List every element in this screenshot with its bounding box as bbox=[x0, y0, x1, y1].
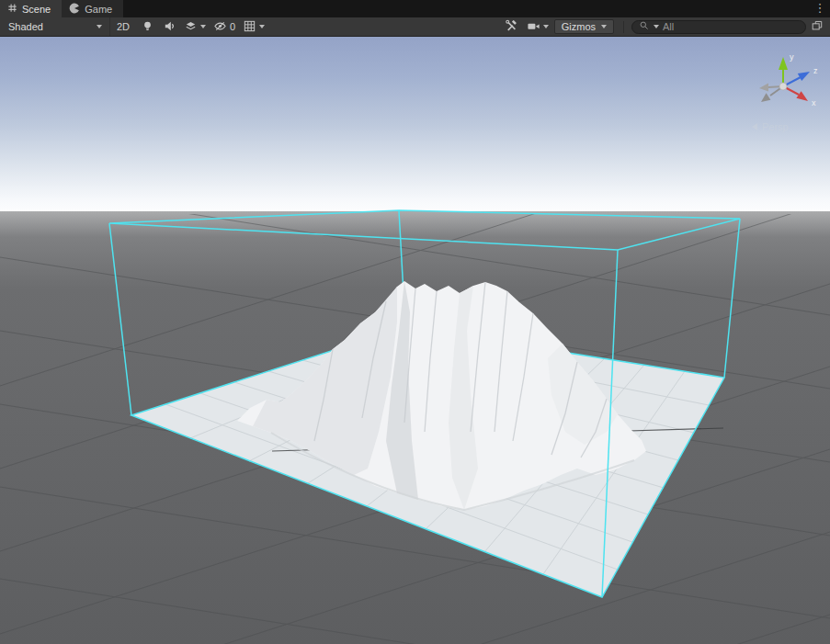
gizmos-dropdown[interactable]: Gizmos bbox=[554, 19, 614, 34]
game-controller-icon bbox=[69, 3, 80, 16]
search-icon bbox=[639, 20, 650, 33]
eye-off-icon bbox=[213, 19, 227, 35]
hidden-count-label: 0 bbox=[230, 21, 235, 32]
y-axis-label: y bbox=[790, 52, 794, 62]
x-axis-label: x bbox=[812, 98, 816, 107]
scene-3d-canvas[interactable] bbox=[0, 37, 830, 644]
grid-icon bbox=[243, 19, 256, 35]
2d-toggle-button[interactable]: 2D bbox=[111, 19, 135, 35]
z-axis-label: z bbox=[813, 66, 818, 75]
scene-toolbar: Shaded 2D 0 bbox=[0, 17, 830, 37]
chevron-down-icon[interactable] bbox=[200, 25, 206, 28]
draw-mode-label: Shaded bbox=[8, 21, 43, 32]
toolbar-right-group: Gizmos All bbox=[501, 19, 828, 35]
projection-toggle[interactable]: Persp bbox=[752, 121, 789, 132]
gizmo-center-ball[interactable] bbox=[779, 83, 787, 90]
scene-grid-icon bbox=[7, 3, 17, 15]
draw-mode-dropdown[interactable]: Shaded bbox=[2, 17, 110, 36]
tab-game-label: Game bbox=[85, 4, 112, 15]
scene-search-field[interactable]: All bbox=[631, 20, 806, 34]
wrench-hammer-icon bbox=[505, 19, 518, 35]
orientation-gizmo[interactable]: y z x bbox=[746, 44, 824, 116]
negative-axis-cone[interactable] bbox=[761, 93, 770, 102]
z-axis-cone[interactable] bbox=[798, 72, 810, 81]
scene-effects-button[interactable] bbox=[181, 19, 209, 35]
chevron-down-icon bbox=[601, 25, 607, 28]
tab-game[interactable]: Game bbox=[62, 0, 123, 17]
scene-lighting-button[interactable] bbox=[137, 19, 157, 35]
camera-icon bbox=[527, 19, 540, 35]
grid-visibility-button[interactable] bbox=[240, 19, 267, 35]
x-axis-cone[interactable] bbox=[796, 91, 808, 101]
lightbulb-icon bbox=[141, 19, 154, 35]
view-tab-bar: Scene Game ⋮ bbox=[0, 0, 830, 17]
search-filter-chevron-icon[interactable] bbox=[654, 25, 659, 28]
scene-viewport[interactable]: y z x Persp bbox=[0, 37, 830, 644]
scene-camera-settings-button[interactable] bbox=[524, 19, 551, 35]
projection-label: Persp bbox=[762, 121, 789, 132]
scene-audio-button[interactable] bbox=[159, 19, 179, 35]
tab-scene-label: Scene bbox=[22, 4, 51, 15]
search-value: All bbox=[663, 21, 674, 32]
hidden-objects-button[interactable]: 0 bbox=[210, 19, 238, 35]
scene-tools-button[interactable] bbox=[502, 19, 522, 35]
toolbar-separator bbox=[623, 21, 624, 33]
tab-scene[interactable]: Scene bbox=[0, 0, 62, 17]
chevron-down-icon bbox=[97, 25, 102, 28]
chevron-down-icon[interactable] bbox=[259, 25, 265, 28]
negative-axis-cone[interactable] bbox=[759, 84, 768, 92]
gizmos-label: Gizmos bbox=[562, 21, 596, 32]
speaker-icon bbox=[163, 19, 176, 35]
popout-window-icon bbox=[811, 19, 824, 34]
chevron-left-icon bbox=[752, 123, 757, 130]
unity-editor-window: Scene Game ⋮ Shaded 2D bbox=[0, 0, 830, 644]
chevron-down-icon[interactable] bbox=[543, 25, 549, 28]
tab-options-icon[interactable]: ⋮ bbox=[813, 1, 826, 15]
y-axis-cone[interactable] bbox=[779, 57, 788, 70]
effects-layers-icon bbox=[184, 19, 198, 35]
overlay-popout-button[interactable] bbox=[807, 19, 827, 35]
